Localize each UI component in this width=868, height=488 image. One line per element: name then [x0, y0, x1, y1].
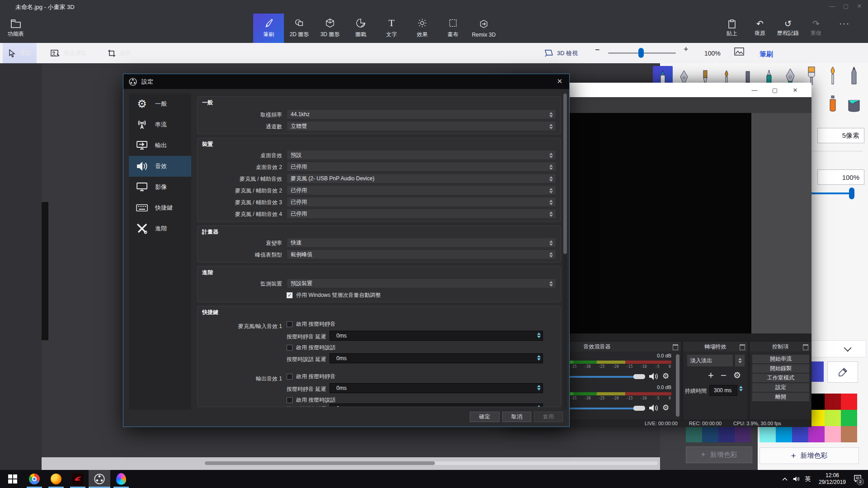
ptm-delay-input-2[interactable]: 0ms [330, 383, 543, 393]
start-button[interactable] [2, 470, 24, 488]
horizontal-scrollbar-thumb[interactable] [205, 461, 435, 465]
brush-opacity-input[interactable]: 100% [817, 169, 864, 185]
settings-button[interactable]: 設定 [752, 383, 810, 392]
taskbar-chrome[interactable] [24, 470, 45, 488]
palette-color[interactable] [808, 426, 825, 442]
palette-color[interactable] [735, 426, 751, 442]
palette-color[interactable] [792, 426, 808, 442]
brush-spray[interactable] [823, 93, 843, 114]
opacity-slider-handle[interactable] [849, 188, 854, 199]
obs-maximize-button[interactable]: ▢ [765, 83, 785, 97]
palette-color[interactable] [841, 410, 857, 426]
taskbar-paint3d[interactable] [110, 470, 132, 488]
settings-nav-video[interactable]: 影像 [129, 177, 191, 197]
transition-select-spinner[interactable] [735, 354, 745, 367]
checkbox-unchecked[interactable] [287, 397, 292, 403]
palette-color[interactable] [686, 426, 702, 442]
menu-button[interactable]: 功能表 [3, 15, 29, 42]
tab-text[interactable]: T 文字 [376, 14, 407, 43]
zoom-out-button[interactable]: − [595, 45, 600, 55]
paint3d-close-button[interactable]: ✕ [856, 3, 863, 9]
channels-select[interactable]: 立體聲 [287, 121, 556, 131]
checkbox-unchec​ked[interactable] [287, 345, 292, 351]
transition-select[interactable]: 淡入淡出 [687, 354, 733, 367]
palette-color[interactable] [841, 426, 857, 442]
palette-color[interactable] [760, 426, 776, 442]
brush-pencil[interactable] [844, 65, 864, 86]
ptt-delay-input-2[interactable]: 0ms [330, 404, 543, 407]
select-tool[interactable]: 選取 [3, 43, 37, 63]
volume-slider-handle[interactable] [633, 406, 645, 411]
remove-transition-button[interactable]: − [721, 370, 726, 381]
mic-aux-select[interactable]: 麥克風 (2- USB PnP Audio Device) [287, 174, 556, 183]
mic-aux-2-select[interactable]: 已停用 [287, 185, 556, 195]
settings-titlebar[interactable]: 設定 ✕ [123, 74, 569, 89]
source-settings-gear-icon[interactable]: ⚙ [662, 404, 669, 412]
palette-color[interactable] [825, 426, 841, 442]
settings-nav-general[interactable]: ⚙ 一般 [129, 94, 191, 114]
settings-nav-hotkeys[interactable]: 快捷鍵 [129, 197, 191, 218]
ptt-delay-input[interactable]: 0ms [330, 353, 543, 363]
settings-nav-stream[interactable]: 串流 [129, 114, 191, 135]
brush-fill[interactable] [844, 93, 864, 114]
tray-expand-button[interactable] [779, 470, 790, 488]
tray-language[interactable]: 英 [802, 470, 814, 488]
crop-tool[interactable]: 裁切 [102, 43, 137, 63]
tab-3d-shapes[interactable]: 3D 圖形 [315, 14, 345, 43]
palette-color[interactable] [841, 394, 857, 410]
fit-image-icon[interactable] [734, 47, 744, 56]
eyedropper-button[interactable] [827, 361, 858, 383]
zoom-in-button[interactable]: + [684, 45, 689, 54]
palette-color[interactable] [825, 394, 841, 410]
speaker-icon[interactable] [648, 404, 658, 413]
palette-color[interactable] [718, 426, 735, 442]
tab-effects[interactable]: 效果 [407, 14, 438, 43]
studio-mode-button[interactable]: 工作室模式 [752, 373, 810, 383]
settings-scrollbar-thumb[interactable] [563, 94, 567, 254]
palette-color[interactable] [702, 426, 718, 442]
dock-icon[interactable] [803, 344, 808, 350]
tab-stickers[interactable]: 圖戳 [345, 14, 376, 43]
source-settings-gear-icon[interactable]: ⚙ [662, 372, 669, 380]
controls-header[interactable]: 控制項 [750, 342, 811, 352]
tray-volume[interactable] [790, 470, 802, 488]
action-center-button[interactable]: 2 [850, 470, 865, 488]
volume-slider-handle[interactable] [633, 374, 645, 379]
more-button[interactable]: ··· [839, 19, 850, 28]
transition-settings-gear-icon[interactable]: ⚙ [733, 371, 741, 379]
transitions-header[interactable]: 轉場特效 [683, 342, 748, 352]
speaker-icon[interactable] [648, 372, 658, 381]
start-streaming-button[interactable]: 開始串流 [752, 354, 810, 364]
ptm-delay-input[interactable]: 0ms [330, 331, 543, 341]
settings-nav-output[interactable]: 輸出 [129, 135, 191, 156]
settings-nav-advanced[interactable]: 進階 [129, 218, 191, 239]
add-transition-button[interactable]: + [708, 370, 714, 381]
add-color-button[interactable]: + 新增色彩 [760, 447, 859, 464]
tab-canvas[interactable]: 畫布 [438, 14, 468, 43]
mixer-scrollbar[interactable] [676, 354, 679, 417]
settings-nav-audio[interactable]: 音效 [129, 156, 191, 177]
add-color-button-shadowed[interactable]: + 新增色彩 [686, 446, 752, 463]
obs-close-button[interactable]: ✕ [785, 83, 805, 97]
paint3d-minimize-button[interactable]: — [829, 3, 835, 9]
checkbox-unchecked[interactable] [287, 321, 292, 327]
brush-watercolor[interactable] [823, 65, 843, 86]
desktop-audio-2-select[interactable]: 已停用 [287, 162, 556, 172]
sample-rate-select[interactable]: 44.1khz [287, 109, 556, 119]
history-button[interactable]: ↺ 歷程記錄 [774, 14, 802, 43]
taskbar-obs-active[interactable] [89, 470, 110, 488]
dock-icon[interactable] [673, 344, 678, 350]
tab-brushes[interactable]: 筆刷 [253, 14, 284, 43]
mic-aux-3-select[interactable]: 已停用 [287, 197, 556, 207]
monitoring-device-select[interactable]: 預設裝置 [287, 278, 556, 288]
obs-minimize-button[interactable]: — [745, 83, 764, 97]
tray-clock[interactable]: 12:06 29/12/2019 [816, 472, 848, 486]
brush-size-input[interactable]: 5像素 [817, 128, 864, 143]
peak-meter-type-select[interactable]: 範例峰值 [287, 249, 556, 259]
zoom-slider-handle[interactable] [638, 48, 644, 58]
duration-spinner[interactable] [739, 386, 743, 391]
checkbox-unchecked[interactable] [287, 374, 292, 380]
undo-button[interactable]: ↶ 復原 [746, 14, 774, 43]
palette-color[interactable] [776, 426, 792, 442]
desktop-audio-select[interactable]: 預設 [287, 150, 556, 160]
